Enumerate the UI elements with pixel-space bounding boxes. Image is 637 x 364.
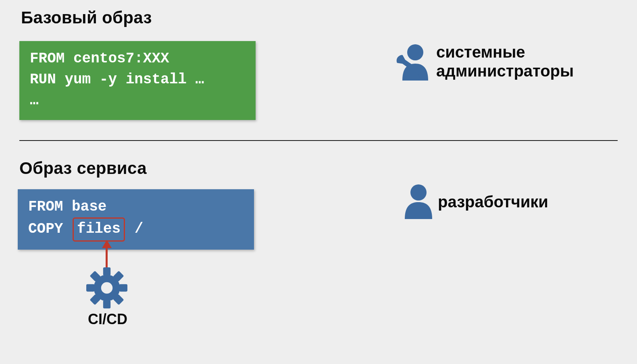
svg-point-0 [407, 44, 423, 60]
code-line: … [30, 92, 39, 109]
base-image-heading: Базовый образ [21, 8, 152, 27]
code-line: RUN yum -y install … [30, 71, 204, 88]
cicd-label: CI/CD [88, 311, 127, 328]
role-line: администраторы [436, 62, 574, 81]
svg-point-2 [410, 184, 427, 201]
service-image-dockerfile: FROM base COPY files / [18, 189, 254, 250]
developers-label: разработчики [438, 192, 548, 211]
base-image-dockerfile: FROM centos7:XXX RUN yum -y install … … [19, 41, 256, 120]
gear-icon [86, 267, 127, 310]
code-post: / [126, 221, 143, 237]
svg-rect-6 [119, 284, 127, 292]
service-image-heading: Образ сервиса [19, 159, 147, 178]
files-highlight: files [73, 217, 125, 242]
svg-rect-4 [103, 300, 110, 308]
svg-point-12 [101, 282, 113, 294]
section-divider [19, 140, 618, 141]
svg-rect-3 [103, 267, 110, 275]
user-icon [402, 183, 435, 221]
svg-rect-5 [86, 284, 94, 292]
sysadmins-label: системные администраторы [436, 43, 574, 81]
code-line: FROM centos7:XXX [30, 50, 169, 67]
admin-wrench-icon [387, 42, 431, 86]
role-line: системные [436, 43, 574, 62]
